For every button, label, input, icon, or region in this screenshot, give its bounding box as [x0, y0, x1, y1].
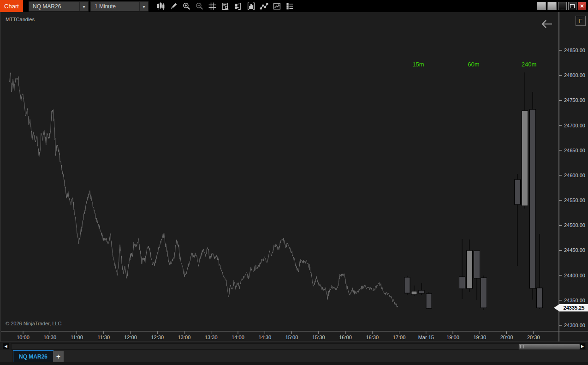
price-axis-label: 24600.00 [564, 173, 585, 178]
instrument-selector[interactable]: NQ MAR26 ▾ [29, 1, 89, 12]
chart-panel[interactable]: MTTCandles © 2026 NinjaTrader, LLC F 15m… [0, 12, 588, 341]
time-axis-label: 13:00 [178, 335, 191, 340]
scrollbar-track[interactable] [11, 343, 586, 350]
time-axis-label: 20:00 [500, 335, 513, 340]
horizontal-scrollbar: ◀ ▶ [0, 341, 588, 350]
focus-button[interactable]: F [576, 16, 586, 26]
candle-body [426, 293, 432, 308]
time-axis-label: 10:30 [43, 335, 56, 340]
time-axis-label: 17:00 [393, 335, 406, 340]
price-axis-label: 24400.00 [564, 273, 585, 278]
price-axis-label: 24850.00 [564, 48, 585, 53]
chevron-down-icon[interactable]: ▾ [79, 2, 88, 11]
add-tab-button[interactable]: + [53, 351, 64, 362]
link-button-1[interactable] [537, 2, 546, 10]
candle-body [474, 251, 480, 278]
scrollbar-thumb[interactable] [518, 344, 580, 350]
time-axis-label: 12:00 [124, 335, 137, 340]
properties-icon[interactable] [283, 0, 296, 12]
time-axis-label: 12:30 [151, 335, 164, 340]
price-axis-label: 24750.00 [564, 97, 585, 103]
candle-body [467, 251, 473, 288]
scrollbar-grip-icon [520, 345, 524, 348]
strategy-analyzer-icon[interactable] [270, 0, 283, 12]
zoom-out-icon[interactable] [193, 0, 206, 12]
drawing-tools-icon[interactable] [257, 0, 270, 12]
candle-body [419, 290, 424, 293]
chart-canvas[interactable] [1, 12, 588, 341]
interval-value: 1 Minute [91, 3, 139, 10]
time-axis-label: 19:00 [446, 335, 459, 340]
time-axis-label: 13:30 [205, 335, 218, 340]
last-price-marker: 24335.25 [554, 304, 588, 311]
price-axis-label: 24550.00 [564, 197, 585, 203]
price-axis-label: 24300.00 [564, 323, 585, 328]
minimize-button[interactable]: _ [558, 2, 567, 10]
time-axis-label: 11:30 [97, 335, 110, 340]
chart-style-icon[interactable] [154, 0, 167, 12]
scroll-right-button[interactable]: ▶ [580, 343, 585, 349]
candle-body [515, 180, 521, 204]
drawing-pencil-icon[interactable] [167, 0, 180, 12]
time-axis-label: 15:00 [285, 335, 298, 340]
time-axis-label: 19:30 [473, 335, 486, 340]
candle-body [404, 277, 410, 293]
price-axis-label: 24650.00 [564, 148, 585, 153]
chart-trader-icon[interactable] [232, 0, 244, 12]
candle-body [537, 288, 543, 308]
back-arrow-icon[interactable] [540, 18, 553, 30]
price-axis-label: 24800.00 [564, 72, 585, 78]
timeframe-label-240m: 240m [522, 61, 537, 68]
time-axis-label: 14:00 [232, 335, 244, 340]
title-bar: Chart NQ MAR26 ▾ 1 Minute ▾ [0, 0, 588, 12]
toolbar [154, 0, 296, 12]
tab-nq-mar26[interactable]: NQ MAR26 [13, 350, 53, 363]
scroll-left-button[interactable]: ◀ [3, 343, 9, 349]
indicators-icon[interactable] [244, 0, 257, 12]
time-axis-label: 20:30 [527, 335, 540, 340]
price-axis-label: 24450.00 [564, 247, 585, 253]
price-axis-label: 24350.00 [564, 298, 585, 303]
candle-body [481, 278, 487, 308]
candle-body [522, 111, 528, 206]
restore-button[interactable] [568, 2, 576, 10]
chart-menu-button[interactable]: Chart [0, 0, 23, 12]
time-axis-label: 14:30 [258, 335, 271, 340]
chevron-down-icon: ▾ [139, 2, 148, 11]
window-bottom-edge [0, 362, 588, 365]
interval-selector[interactable]: 1 Minute ▾ [90, 1, 148, 12]
indicator-label: MTTCandles [6, 17, 35, 22]
price-marker-pointer-icon [554, 304, 559, 311]
time-axis-label: 10:00 [17, 335, 30, 340]
instrument-value: NQ MAR26 [29, 3, 79, 10]
window-controls: _ ✕ [537, 2, 586, 10]
candle-body [530, 109, 536, 288]
data-box-icon[interactable] [219, 0, 232, 12]
price-axis-label: 24500.00 [564, 222, 585, 228]
price-axis-label: 24700.00 [564, 123, 585, 128]
timeframe-label-15m: 15m [412, 61, 424, 68]
time-axis-label: 16:30 [366, 335, 379, 340]
one-minute-line [9, 73, 398, 307]
timeframe-label-60m: 60m [468, 61, 479, 68]
candle-body [411, 291, 417, 294]
last-price-value: 24335.25 [559, 304, 588, 311]
zoom-in-icon[interactable] [180, 0, 193, 12]
close-button[interactable]: ✕ [578, 2, 586, 10]
copyright-label: © 2026 NinjaTrader, LLC [6, 321, 61, 326]
link-button-2[interactable] [547, 2, 557, 10]
time-axis-label: 15:30 [312, 335, 325, 340]
candle-body [459, 277, 465, 289]
time-axis-label: Mar 15 [418, 335, 434, 340]
time-axis-label: 16:00 [339, 335, 352, 340]
crosshair-icon[interactable] [206, 0, 219, 12]
restore-icon [570, 4, 575, 8]
time-axis-label: 11:00 [71, 335, 83, 340]
